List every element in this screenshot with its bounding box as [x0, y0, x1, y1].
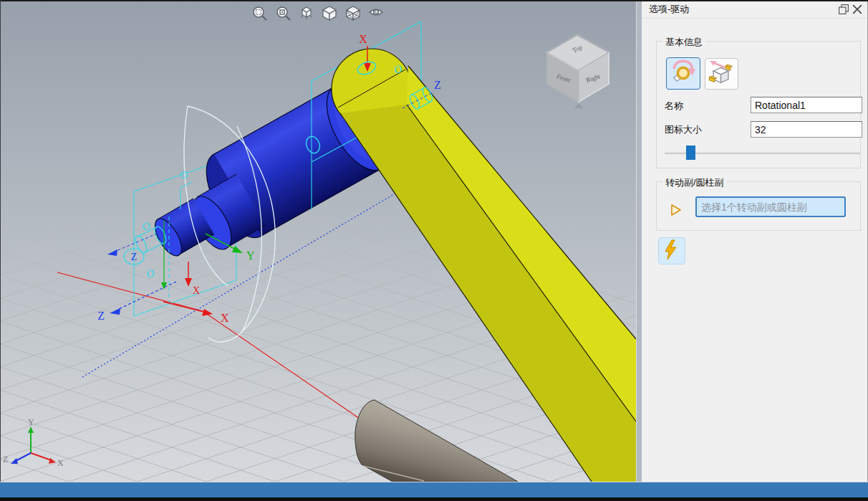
lightning-icon — [659, 238, 683, 262]
joint-group: 转动副/圆柱副 — [656, 181, 861, 231]
float-panel-icon[interactable] — [839, 4, 849, 14]
basic-info-group: 基本信息 名称 图标大小 — [656, 41, 861, 168]
z-axis-label: Z — [97, 310, 105, 322]
view-shaded-icon[interactable] — [323, 6, 336, 20]
icon-size-label: 图标大小 — [665, 123, 702, 136]
close-panel-icon[interactable] — [852, 4, 862, 14]
joint-legend: 转动副/圆柱副 — [662, 176, 727, 189]
x-joint-label: X — [193, 285, 200, 296]
linear-drive-button[interactable] — [705, 58, 738, 90]
rotational-drive-icon — [667, 58, 698, 87]
rotational-drive-button[interactable] — [666, 57, 700, 90]
apply-drive-button[interactable] — [658, 237, 685, 264]
x-top-label: X — [359, 33, 367, 45]
options-panel: 选项-驱动 基本信息 — [642, 0, 868, 482]
icon-size-slider-handle[interactable] — [686, 145, 695, 160]
bottom-border — [0, 497, 868, 501]
z-joint-label: Z — [131, 252, 138, 262]
view-wireframe-icon[interactable] — [347, 6, 360, 20]
joint-select-input[interactable] — [695, 196, 846, 217]
triad-y-label: Y — [28, 417, 34, 427]
y-axis-label: Y — [246, 249, 255, 262]
basic-info-legend: 基本信息 — [662, 36, 705, 49]
z-top-label: Z — [434, 79, 441, 91]
linear-drive-icon — [705, 59, 736, 87]
name-label: 名称 — [665, 100, 683, 113]
toggle-visibility-icon[interactable] — [370, 9, 382, 15]
name-input[interactable] — [751, 97, 862, 113]
pick-arrow-icon — [670, 204, 683, 216]
viewport-3d[interactable]: Z X X Y Z X Z — [0, 0, 636, 482]
icon-size-input[interactable] — [751, 121, 862, 138]
triad-x-label: X — [57, 458, 64, 468]
panel-titlebar: 选项-驱动 — [642, 0, 867, 19]
panel-title: 选项-驱动 — [649, 3, 689, 16]
x-axis-label: X — [221, 312, 229, 324]
triad-z-label: Z — [3, 454, 8, 464]
status-bar: X = 0.014816 Y = 0.054773 Z = -0.002500 — [0, 482, 868, 497]
window-left-border — [0, 0, 1, 482]
window-top-border — [0, 0, 868, 1]
